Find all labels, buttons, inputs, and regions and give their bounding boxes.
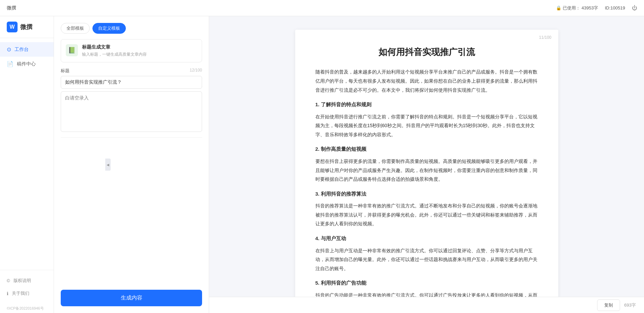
main-layout: W 微撰 ⊙ 工作台 📄 稿件中心 © 版权说明	[0, 16, 644, 313]
article-body: 随着抖音的普及，越来越多的人开始利用这个短视频分享平台来推广自己的产品或服务。抖…	[315, 67, 538, 297]
collapse-button[interactable]: ◀	[105, 159, 111, 171]
sidebar-item-label-workbench: 工作台	[15, 47, 29, 53]
left-panel: 全部模板 自定义模板 📗 标题生成文章 输入标题，一键生成高质量文章内容 标题 …	[54, 16, 209, 313]
sidebar-nav: ⊙ 工作台 📄 稿件中心	[0, 38, 54, 75]
usage-count: 43953字	[582, 5, 598, 11]
sidebar: W 微撰 ⊙ 工作台 📄 稿件中心 © 版权说明	[0, 16, 54, 313]
usage-info: 🔒 已使用： 43953字	[556, 5, 598, 11]
content-area: ◀ 全部模板 自定义模板 📗 标题生成文章 输入标题，一键生成高质量文章内容 标…	[54, 16, 644, 313]
sidebar-item-drafts[interactable]: 📄 稿件中心	[0, 57, 54, 71]
copyright-icon: ©	[7, 278, 10, 283]
article-para-3: 抖音的推荐算法是一种非常有效的推广引流方式。通过不断地发布和分享自己的短视频，你…	[315, 201, 538, 228]
sidebar-item-copyright[interactable]: © 版权说明	[0, 274, 54, 287]
page-number: 11/100	[539, 35, 552, 40]
right-panel: 11/100 如何用抖音实现推广引流 随着抖音的普及，越来越多的人开始利用这个短…	[209, 16, 644, 313]
lock-icon: 🔒	[556, 5, 561, 10]
article-container: 11/100 如何用抖音实现推广引流 随着抖音的普及，越来越多的人开始利用这个短…	[209, 16, 644, 297]
sidebar-footer: © 版权说明 ℹ 关于我们	[0, 270, 54, 304]
generate-button[interactable]: 生成内容	[61, 290, 202, 306]
title-input[interactable]	[61, 76, 202, 89]
template-desc: 输入标题，一键生成高质量文章内容	[82, 52, 197, 57]
tab-custom-templates[interactable]: 自定义模板	[92, 23, 126, 34]
article-page: 11/100 如何用抖音实现推广引流 随着抖音的普及，越来越多的人开始利用这个短…	[295, 30, 558, 297]
power-icon[interactable]: ⏻	[632, 5, 637, 11]
topbar-title: 微撰	[7, 5, 16, 11]
sidebar-item-about[interactable]: ℹ 关于我们	[0, 287, 54, 300]
right-bottom-bar: 复制 693字	[209, 297, 644, 313]
sidebar-item-label-drafts: 稿件中心	[17, 61, 36, 67]
article-para-1: 在开始使用抖音进行推广引流之前，你需要了解抖音的特点和规则。抖音是一个短视频分享…	[315, 112, 538, 139]
template-icon: 📗	[66, 44, 78, 56]
word-count: 693字	[624, 302, 636, 308]
article-para-2: 要想在抖音上获得更多的流量，你需要制作高质量的短视频。高质量的短视频能够吸引更多…	[315, 157, 538, 184]
template-card-title-article[interactable]: 📗 标题生成文章 输入标题，一键生成高质量文章内容	[61, 39, 202, 62]
template-tabs: 全部模板 自定义模板	[61, 23, 202, 34]
article-intro: 随着抖音的普及，越来越多的人开始利用这个短视频分享平台来推广自己的产品或服务。抖…	[315, 67, 538, 94]
topbar-right: 🔒 已使用： 43953字 ID:100519 ⏻	[556, 5, 637, 11]
title-char-count: 12/100	[190, 68, 202, 74]
template-name: 标题生成文章	[82, 44, 197, 50]
usage-label: 已使用：	[563, 5, 580, 11]
section-title-2: 2. 制作高质量的短视频	[315, 144, 538, 154]
article-title: 如何用抖音实现推广引流	[315, 46, 538, 58]
copyright-label: 版权说明	[13, 278, 31, 284]
about-label: 关于我们	[12, 290, 29, 296]
title-field-label: 标题 12/100	[61, 68, 202, 74]
section-title-1: 1. 了解抖音的特点和规则	[315, 100, 538, 110]
icp-text: ©ICP备2022016946号	[0, 304, 54, 313]
logo-icon: W	[7, 22, 18, 32]
drafts-icon: 📄	[7, 61, 13, 67]
section-title-3: 3. 利用抖音的推荐算法	[315, 189, 538, 199]
id-info: ID:100519	[605, 5, 625, 10]
section-title-5: 5. 利用抖音的广告功能	[315, 278, 538, 288]
copy-button[interactable]: 复制	[597, 300, 620, 311]
workbench-icon: ⊙	[7, 46, 11, 53]
sidebar-logo: W 微撰	[0, 16, 54, 38]
content-textarea[interactable]	[61, 91, 202, 132]
tab-all-templates[interactable]: 全部模板	[61, 23, 90, 34]
article-para-4: 在抖音上与用户互动是一种非常有效的推广引流方式。你可以通过回复评论、点赞、分享等…	[315, 246, 538, 273]
divider	[61, 137, 202, 138]
template-info: 标题生成文章 输入标题，一键生成高质量文章内容	[82, 44, 197, 57]
article-para-5: 抖音的广告功能是一种非常有效的推广引流方式。你可以通过广告投放来让更多的人看到你…	[315, 291, 538, 297]
about-icon: ℹ	[7, 291, 8, 296]
logo-text: 微撰	[20, 23, 32, 31]
topbar: 微撰 🔒 已使用： 43953字 ID:100519 ⏻	[0, 0, 644, 16]
section-title-4: 4. 与用户互动	[315, 234, 538, 244]
sidebar-item-workbench[interactable]: ⊙ 工作台	[0, 42, 54, 57]
